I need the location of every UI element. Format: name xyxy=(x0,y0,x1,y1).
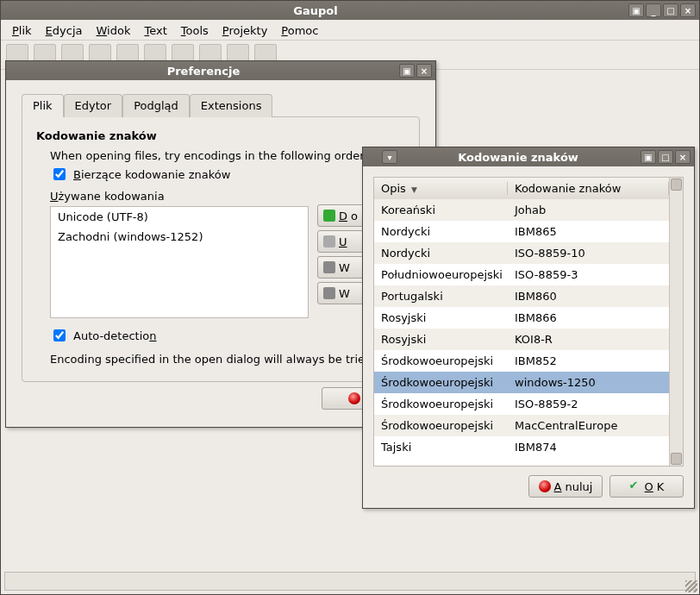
table-row[interactable]: RosyjskiIBM866 xyxy=(374,307,669,329)
table-row[interactable]: ŚrodkowoeuropejskiISO-8859-2 xyxy=(374,393,669,415)
cell-description: Portugalski xyxy=(374,290,508,303)
cell-encoding: windows-1250 xyxy=(508,376,669,389)
arrow-up-icon xyxy=(323,261,335,273)
cell-description: Tajski xyxy=(374,441,508,454)
maximize-icon[interactable]: □ xyxy=(663,3,678,17)
encoding-chooser-title: Kodowanie znaków xyxy=(397,151,639,164)
menu-plik[interactable]: Plik xyxy=(6,22,38,39)
preferences-titlebar: Preferencje ▣ × xyxy=(6,61,435,80)
cell-description: Środkowoeuropejski xyxy=(374,376,508,389)
table-row[interactable]: RosyjskiKOI8-R xyxy=(374,329,669,350)
cell-description: Nordycki xyxy=(374,247,508,260)
cell-encoding: ISO-8859-10 xyxy=(508,247,669,260)
table-row[interactable]: ŚrodkowoeuropejskiMacCentralEurope xyxy=(374,415,669,436)
cell-encoding: KOI8-R xyxy=(508,333,669,346)
cancel-icon xyxy=(539,480,551,492)
section-heading: Kodowanie znaków xyxy=(36,129,405,142)
roll-up-icon[interactable]: ▣ xyxy=(628,3,644,17)
tab-extensions[interactable]: Extensions xyxy=(190,94,273,117)
ok-icon xyxy=(629,480,641,492)
cell-encoding: Johab xyxy=(508,204,669,216)
menu-tools[interactable]: Tools xyxy=(175,22,215,39)
cell-description: Środkowoeuropejski xyxy=(374,419,508,432)
encoding-note: Encoding specified in the open dialog wi… xyxy=(50,353,405,366)
menu-pomoc[interactable]: Pomoc xyxy=(275,22,324,39)
table-row[interactable]: PortugalskiIBM860 xyxy=(374,285,669,307)
menu-projekty[interactable]: Projekty xyxy=(216,22,274,39)
current-encoding-check-input[interactable] xyxy=(53,168,66,180)
cell-encoding: IBM865 xyxy=(508,225,669,238)
sort-indicator-icon: ▼ xyxy=(411,185,417,194)
ok-button[interactable]: OK xyxy=(609,475,684,498)
cell-encoding: IBM866 xyxy=(508,311,669,324)
scroll-up-button[interactable] xyxy=(671,178,682,191)
main-title: Gaupol xyxy=(4,4,627,17)
table-row[interactable]: ŚrodkowoeuropejskiIBM852 xyxy=(374,350,669,372)
used-encodings-list[interactable]: Unicode (UTF-8)Zachodni (windows-1252) xyxy=(50,206,309,318)
cell-description: Środkowoeuropejski xyxy=(374,398,508,410)
cell-description: Rosyjski xyxy=(374,311,508,324)
current-encoding-checkbox[interactable]: Bierzące kodowanie znaków xyxy=(50,166,405,183)
cell-encoding: IBM852 xyxy=(508,354,669,367)
cell-description: Środkowoeuropejski xyxy=(374,354,508,367)
cancel-button[interactable]: Anuluj xyxy=(528,475,603,498)
current-encoding-label: Bierzące kodowanie znaków xyxy=(73,168,230,181)
auto-detection-check-input[interactable] xyxy=(53,329,66,341)
cell-description: Rosyjski xyxy=(374,333,508,346)
menu-edycja[interactable]: Edycja xyxy=(40,22,89,39)
tab-panel-file: Kodowanie znaków When opening files, try… xyxy=(22,116,420,382)
preferences-title: Preferencje xyxy=(9,65,397,78)
close-icon[interactable]: × xyxy=(675,150,691,164)
encoding-chooser-window: ▾ Kodowanie znaków ▣ □ × Opis▼ Kodowanie… xyxy=(362,147,695,509)
minimize-icon[interactable]: _ xyxy=(646,3,661,17)
plus-icon xyxy=(323,210,335,222)
cell-encoding: ISO-8859-2 xyxy=(508,398,669,410)
column-description[interactable]: Opis▼ xyxy=(374,182,508,195)
table-row[interactable]: NordyckiIBM865 xyxy=(374,221,669,242)
list-item[interactable]: Zachodni (windows-1252) xyxy=(51,227,308,247)
arrow-down-icon xyxy=(323,287,335,299)
minus-icon xyxy=(323,235,335,247)
tab-plik[interactable]: Plik xyxy=(22,94,64,117)
cell-description: Nordycki xyxy=(374,225,508,238)
menu-text[interactable]: Text xyxy=(138,22,172,39)
roll-up-icon[interactable]: ▾ xyxy=(382,150,397,164)
close-icon[interactable]: × xyxy=(416,64,432,78)
opening-order-text: When opening files, try encodings in the… xyxy=(50,149,405,162)
maximize-icon[interactable]: □ xyxy=(658,150,673,164)
list-item[interactable]: Unicode (UTF-8) xyxy=(51,207,308,227)
tab-podgląd[interactable]: Podgląd xyxy=(122,94,190,117)
vertical-scrollbar[interactable] xyxy=(669,178,683,466)
table-row[interactable]: TajskiIBM874 xyxy=(374,436,669,458)
menu-widok[interactable]: Widok xyxy=(91,22,137,39)
cancel-icon xyxy=(348,392,360,404)
close-icon[interactable]: × xyxy=(680,3,696,17)
roll-up-icon[interactable]: ▣ xyxy=(399,64,415,78)
encoding-chooser-titlebar: ▾ Kodowanie znaków ▣ □ × xyxy=(363,147,694,166)
cell-encoding: IBM874 xyxy=(508,441,669,454)
table-row[interactable]: KoreańskiJohab xyxy=(374,199,669,221)
table-header[interactable]: Opis▼ Kodowanie znaków xyxy=(374,178,669,199)
menubar: PlikEdycjaWidokTextToolsProjektyPomoc xyxy=(1,22,699,41)
auto-detection-checkbox[interactable]: Auto-detection xyxy=(50,327,405,344)
table-row[interactable]: NordyckiISO-8859-10 xyxy=(374,242,669,264)
column-encoding[interactable]: Kodowanie znaków xyxy=(508,182,669,195)
cell-description: Południowoeuropejski xyxy=(374,268,508,281)
encoding-table: Opis▼ Kodowanie znaków KoreańskiJohabNor… xyxy=(373,177,684,467)
roll-up-icon[interactable]: ▣ xyxy=(641,150,656,164)
preferences-tabs: PlikEdytorPodglądExtensions xyxy=(22,94,420,117)
statusbar xyxy=(4,572,696,591)
encoding-treeview[interactable]: Opis▼ Kodowanie znaków KoreańskiJohabNor… xyxy=(374,178,669,466)
tab-edytor[interactable]: Edytor xyxy=(64,94,123,117)
cell-encoding: MacCentralEurope xyxy=(508,419,669,432)
table-row[interactable]: PołudniowoeuropejskiISO-8859-3 xyxy=(374,264,669,285)
table-row[interactable]: Środkowoeuropejskiwindows-1250 xyxy=(374,372,669,393)
scroll-down-button[interactable] xyxy=(671,453,682,465)
resize-grip[interactable] xyxy=(685,580,697,592)
main-titlebar: Gaupol ▣ _ □ × xyxy=(1,1,699,20)
auto-detection-label: Auto-detection xyxy=(73,329,157,342)
encoding-chooser-body: Opis▼ Kodowanie znaków KoreańskiJohabNor… xyxy=(363,166,694,508)
cell-encoding: IBM860 xyxy=(508,290,669,303)
used-encodings-label: Używane kodowania xyxy=(50,190,405,203)
cell-description: Koreański xyxy=(374,204,508,216)
